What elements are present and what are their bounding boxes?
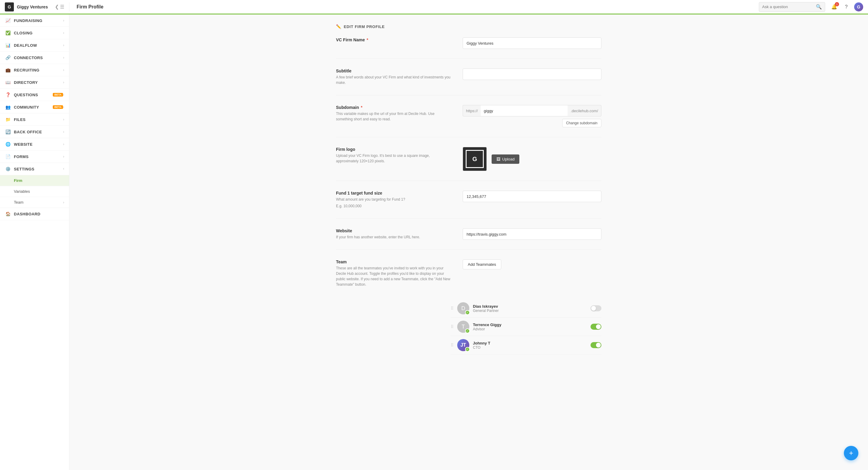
drag-handle-icon[interactable]: ⠿ — [451, 324, 454, 329]
logo-upload-area: G 🖼 Upload — [463, 147, 601, 171]
page-title: Firm Profile — [69, 4, 759, 10]
teammate-role: General Partner — [473, 309, 587, 313]
add-teammates-button[interactable]: Add Teammates — [463, 259, 501, 270]
team-header: Team These are all the teammates you've … — [336, 259, 601, 287]
search-icon: 🔍 — [816, 4, 822, 10]
upload-button[interactable]: 🖼 Upload — [492, 154, 519, 164]
fund-target-hint1: What amount are you targeting for Fund 1… — [336, 197, 451, 202]
help-icon[interactable]: ? — [842, 3, 850, 11]
vc-firm-name-input[interactable] — [463, 37, 601, 49]
search-input[interactable] — [762, 4, 813, 9]
teammate-toggle[interactable] — [591, 342, 601, 348]
verified-badge-icon: ✓ — [465, 310, 470, 315]
fab-button[interactable]: + — [844, 446, 858, 460]
sidebar-sub-item-firm[interactable]: Firm — [0, 175, 69, 186]
fund-target-input[interactable] — [463, 191, 601, 202]
sidebar-item-fundraising[interactable]: 📈 FUNDRAISING › — [0, 14, 69, 27]
sidebar-item-files[interactable]: 📁 FILES › — [0, 114, 69, 126]
sidebar-item-forms[interactable]: 📄 FORMS › — [0, 151, 69, 163]
sidebar-item-recruiting[interactable]: 💼 RECRUITING › — [0, 64, 69, 76]
upload-icon: 🖼 — [496, 157, 500, 161]
chevron-right-icon: › — [63, 142, 64, 146]
check-circle-icon: ✅ — [5, 30, 11, 35]
change-subdomain-button[interactable]: Change subdomain — [562, 119, 601, 127]
collapse-sidebar-icon[interactable]: ❮ ☰ — [55, 4, 64, 10]
chart-icon: 📈 — [5, 18, 11, 23]
sidebar-item-closing[interactable]: ✅ CLOSING › — [0, 27, 69, 39]
fund-target-section: Fund 1 target fund size What amount are … — [336, 191, 601, 219]
subdomain-label: Subdomain * — [336, 105, 451, 110]
fund-target-label-col: Fund 1 target fund size What amount are … — [336, 191, 451, 209]
search-bar[interactable]: 🔍 — [759, 2, 825, 12]
refresh-icon: 🔄 — [5, 129, 11, 134]
notifications-icon[interactable]: 🔔 1 — [830, 3, 838, 11]
sidebar-sub-item-team[interactable]: Team › — [0, 197, 69, 208]
edit-icon: ✏️ — [336, 24, 341, 29]
chevron-right-icon: › — [63, 117, 64, 122]
subdomain-hint: This variable makes up the url of your f… — [336, 111, 451, 122]
website-label-col: Website If your firm has another website… — [336, 228, 451, 240]
file-text-icon: 📄 — [5, 154, 11, 159]
topbar-actions: 🔔 1 ? G — [830, 2, 868, 11]
drag-handle-icon[interactable]: ⠿ — [451, 306, 454, 311]
sidebar-item-dealflow[interactable]: 📊 DEALFLOW › — [0, 39, 69, 52]
subdomain-prefix: https:// — [463, 105, 481, 117]
firm-logo-hint: Upload your VC Firm logo. It's best to u… — [336, 153, 451, 164]
table-row: ⠿ D ✓ Dias Iskrayev General Partner — [451, 299, 601, 318]
table-row: ⠿ JT ✓ Johnny T CTO — [451, 336, 601, 354]
app-logo: G — [5, 2, 14, 11]
beta-badge: BETA — [53, 105, 63, 109]
teammate-toggle[interactable] — [591, 305, 601, 311]
sidebar-item-directory[interactable]: 📖 DIRECTORY › — [0, 76, 69, 89]
subtitle-label-col: Subtitle A few brief words about your VC… — [336, 68, 451, 85]
subtitle-section: Subtitle A few brief words about your VC… — [336, 68, 601, 95]
fund-target-hint2: E.g. 10,000,000 — [336, 203, 451, 209]
chevron-right-icon: › — [63, 200, 64, 205]
verified-badge-icon: ✓ — [465, 347, 470, 352]
sidebar-item-dashboard[interactable]: 🏠 DASHBOARD — [0, 208, 69, 220]
subdomain-label-col: Subdomain * This variable makes up the u… — [336, 105, 451, 127]
subtitle-hint: A few brief words about your VC Firm and… — [336, 74, 451, 85]
subtitle-input[interactable] — [463, 68, 601, 80]
logo-inner: G — [466, 150, 484, 168]
vc-firm-name-label-col: VC Firm Name * — [336, 37, 451, 49]
sidebar-item-community[interactable]: 👥 COMMUNITY BETA › — [0, 101, 69, 114]
help-circle-icon: ❓ — [5, 92, 11, 97]
settings-icon: ⚙️ — [5, 166, 11, 171]
teammate-name: Johnny T — [473, 341, 587, 345]
globe-icon: 🌐 — [5, 142, 11, 147]
sidebar-sub-item-variables[interactable]: Variables — [0, 186, 69, 197]
users-icon: 👥 — [5, 105, 11, 109]
sidebar-item-website[interactable]: 🌐 WEBSITE › — [0, 138, 69, 151]
subdomain-row: https:// .decilehub.com/ — [463, 105, 601, 117]
user-avatar[interactable]: G — [854, 2, 863, 11]
avatar: T ✓ — [457, 321, 469, 333]
notification-badge: 1 — [835, 2, 839, 6]
chevron-right-icon: › — [63, 80, 64, 85]
subtitle-input-col — [463, 68, 601, 85]
firm-name-title: Giggy Ventures — [17, 4, 48, 9]
website-input[interactable] — [463, 228, 601, 240]
sidebar: 📈 FUNDRAISING › ✅ CLOSING › 📊 DEALFLOW ›… — [0, 0, 69, 470]
chevron-right-icon: › — [63, 68, 64, 72]
chevron-right-icon: › — [63, 93, 64, 97]
sidebar-item-questions[interactable]: ❓ QUESTIONS BETA › — [0, 89, 69, 101]
drag-handle-icon[interactable]: ⠿ — [451, 343, 454, 347]
website-label: Website — [336, 228, 451, 233]
subdomain-input[interactable] — [481, 105, 568, 117]
topbar: G Giggy Ventures ❮ ☰ Firm Profile 🔍 🔔 1 … — [0, 0, 868, 14]
firm-logo-label-col: Firm logo Upload your VC Firm logo. It's… — [336, 147, 451, 171]
teammate-toggle[interactable] — [591, 324, 601, 330]
table-row: ⠿ T ✓ Terrence Giggy Advisor — [451, 318, 601, 336]
firm-logo-label: Firm logo — [336, 147, 451, 152]
subdomain-section: Subdomain * This variable makes up the u… — [336, 105, 601, 137]
avatar: JT ✓ — [457, 339, 469, 351]
sidebar-item-back-office[interactable]: 🔄 BACK OFFICE › — [0, 126, 69, 138]
website-input-col — [463, 228, 601, 240]
teammate-role: CTO — [473, 345, 587, 350]
edit-header-label: EDIT FIRM PROFILE — [344, 25, 385, 29]
sidebar-item-connectors[interactable]: 🔗 CONNECTORS › — [0, 52, 69, 64]
main-content: ✏️ EDIT FIRM PROFILE VC Firm Name * Subt… — [69, 0, 868, 470]
vc-firm-name-section: VC Firm Name * — [336, 37, 601, 59]
sidebar-item-settings[interactable]: ⚙️ SETTINGS › — [0, 163, 69, 175]
